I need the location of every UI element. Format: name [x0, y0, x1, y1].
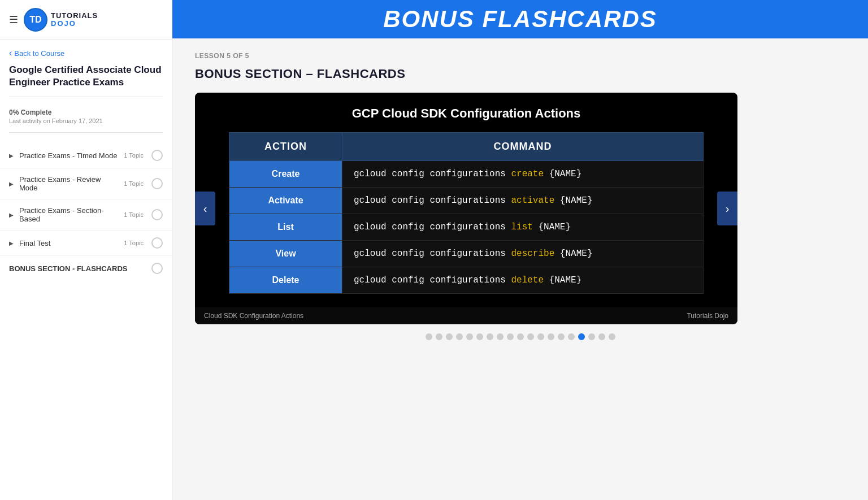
sidebar-nav: ▶ Practice Exams - Timed Mode 1 Topic ▶ …	[0, 141, 172, 283]
lesson-info: LESSON 5 OF 5	[195, 52, 845, 60]
sidebar-item-section-based[interactable]: ▶ Practice Exams - Section-Based 1 Topic	[0, 199, 172, 231]
slide-dot[interactable]	[578, 333, 585, 340]
slide-dot[interactable]	[426, 333, 432, 340]
nav-item-label: Practice Exams - Timed Mode	[19, 151, 119, 160]
flashcard-container: ‹ GCP Cloud SDK Configuration Actions AC…	[195, 93, 737, 324]
main-content: BONUS FLASHCARDS LESSON 5 OF 5 BONUS SEC…	[172, 0, 868, 500]
table-row: Deletegcloud config configurations delet…	[229, 267, 704, 294]
col-command-header: COMMAND	[342, 133, 704, 161]
top-banner: BONUS FLASHCARDS	[172, 0, 868, 38]
flashcard-inner: GCP Cloud SDK Configuration Actions ACTI…	[195, 93, 737, 307]
slide-dot[interactable]	[476, 333, 483, 340]
hamburger-icon[interactable]: ☰	[9, 14, 18, 26]
sidebar-header: ☰ TD TUTORIALS DOJO	[0, 0, 172, 40]
slide-dot[interactable]	[527, 333, 534, 340]
progress-section: 0% Complete Last activity on February 17…	[9, 108, 163, 133]
logo-dojo: DOJO	[51, 20, 98, 28]
slide-dot[interactable]	[436, 333, 442, 340]
flashcard-footer: Cloud SDK Configuration Actions Tutorial…	[195, 307, 737, 324]
footer-right: Tutorials Dojo	[687, 312, 728, 320]
slide-dot[interactable]	[609, 333, 615, 340]
sidebar-item-review-mode[interactable]: ▶ Practice Exams - Review Mode 1 Topic	[0, 168, 172, 199]
completion-circle	[151, 237, 163, 249]
command-cell: gcloud config configurations list {NAME}	[342, 214, 704, 241]
chevron-right-icon: ▶	[9, 181, 14, 187]
slide-dot[interactable]	[517, 333, 524, 340]
prev-slide-button[interactable]: ‹	[195, 192, 215, 225]
slide-dot[interactable]	[446, 333, 453, 340]
logo-tutorials: TUTORIALS	[51, 12, 98, 20]
sidebar-item-final-test[interactable]: ▶ Final Test 1 Topic	[0, 231, 172, 256]
sidebar-item-bonus-flashcards[interactable]: BONUS SECTION - FLASHCARDS	[0, 256, 172, 281]
slide-dot[interactable]	[548, 333, 554, 340]
logo: TD TUTORIALS DOJO	[24, 8, 98, 32]
table-row: Creategcloud config configurations creat…	[229, 161, 704, 188]
slide-dot[interactable]	[558, 333, 565, 340]
slide-dot[interactable]	[537, 333, 544, 340]
footer-left: Cloud SDK Configuration Actions	[204, 312, 303, 320]
slide-dot[interactable]	[497, 333, 504, 340]
slide-dot[interactable]	[588, 333, 595, 340]
nav-item-label: Practice Exams - Review Mode	[19, 175, 119, 192]
section-heading: BONUS SECTION – FLASHCARDS	[195, 67, 845, 81]
completion-circle	[151, 150, 163, 161]
logo-icon: TD	[24, 8, 47, 32]
back-to-course-button[interactable]: Back to Course	[9, 48, 163, 58]
slide-dot[interactable]	[568, 333, 575, 340]
table-row: Activategcloud config configurations act…	[229, 188, 704, 214]
command-cell: gcloud config configurations create {NAM…	[342, 161, 704, 188]
course-title: Google Certified Associate Cloud Enginee…	[9, 64, 163, 97]
banner-title: BONUS FLASHCARDS	[383, 6, 657, 33]
slide-dot[interactable]	[598, 333, 605, 340]
completion-circle	[151, 263, 163, 274]
nav-topic-count: 1 Topic	[124, 152, 144, 159]
nav-topic-count: 1 Topic	[124, 240, 144, 246]
flashcard-table: ACTION COMMAND Creategcloud config confi…	[229, 132, 704, 294]
last-activity: Last activity on February 17, 2021	[9, 118, 163, 124]
slide-dot[interactable]	[466, 333, 473, 340]
bonus-item-label: BONUS SECTION - FLASHCARDS	[9, 264, 147, 273]
action-cell: Activate	[229, 188, 342, 214]
nav-topic-count: 1 Topic	[124, 211, 144, 218]
table-row: Listgcloud config configurations list {N…	[229, 214, 704, 241]
table-row: Viewgcloud config configurations describ…	[229, 241, 704, 267]
content-area: LESSON 5 OF 5 BONUS SECTION – FLASHCARDS…	[172, 38, 868, 354]
sidebar-item-timed-mode[interactable]: ▶ Practice Exams - Timed Mode 1 Topic	[0, 143, 172, 168]
flashcard-title: GCP Cloud SDK Configuration Actions	[229, 106, 704, 121]
nav-item-label: Practice Exams - Section-Based	[19, 206, 119, 223]
sidebar: ☰ TD TUTORIALS DOJO Back to Course Googl…	[0, 0, 172, 500]
action-cell: Create	[229, 161, 342, 188]
progress-text: 0% Complete	[9, 108, 163, 116]
action-cell: List	[229, 214, 342, 241]
chevron-right-icon: ▶	[9, 240, 14, 246]
command-cell: gcloud config configurations describe {N…	[342, 241, 704, 267]
next-slide-button[interactable]: ›	[717, 192, 737, 225]
slide-dot[interactable]	[507, 333, 514, 340]
chevron-right-icon: ▶	[9, 212, 14, 218]
col-action-header: ACTION	[229, 133, 342, 161]
completion-circle	[151, 209, 163, 220]
command-cell: gcloud config configurations activate {N…	[342, 188, 704, 214]
nav-topic-count: 1 Topic	[124, 180, 144, 187]
completion-circle	[151, 178, 163, 189]
slide-dot[interactable]	[456, 333, 463, 340]
command-cell: gcloud config configurations delete {NAM…	[342, 267, 704, 294]
nav-item-label: Final Test	[19, 239, 119, 247]
action-cell: Delete	[229, 267, 342, 294]
chevron-right-icon: ▶	[9, 153, 14, 159]
slide-dots	[195, 333, 845, 340]
table-header-row: ACTION COMMAND	[229, 133, 704, 161]
action-cell: View	[229, 241, 342, 267]
logo-text: TUTORIALS DOJO	[51, 12, 98, 28]
slide-dot[interactable]	[487, 333, 493, 340]
